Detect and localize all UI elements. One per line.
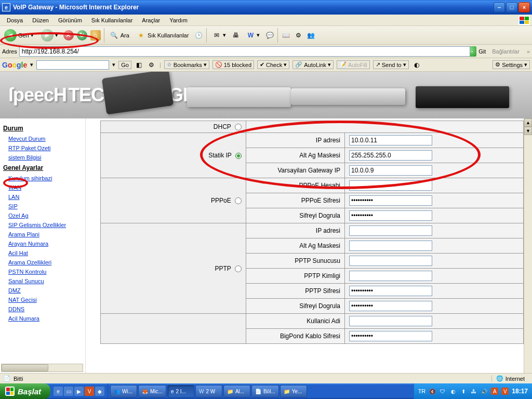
sidebar-link-ozelag[interactable]: Ozel Ag bbox=[2, 211, 83, 220]
input-pptp-pass[interactable] bbox=[349, 286, 432, 296]
ql-ie-icon[interactable]: e bbox=[54, 387, 63, 396]
google-opts-icon[interactable]: ⚙ bbox=[147, 60, 156, 70]
sidebar-link-sanal[interactable]: Sanal Sunucu bbox=[2, 276, 83, 286]
sidebar-link-arama[interactable]: Arama Plani bbox=[2, 230, 83, 239]
static-radio[interactable] bbox=[235, 153, 242, 159]
menu-yardim[interactable]: Yardım bbox=[166, 16, 191, 24]
input-pppoe-user[interactable] bbox=[349, 180, 432, 191]
sidebar-link-kurulum[interactable]: Kurulum sihirbazi bbox=[2, 174, 83, 183]
sidebar-link-arayan[interactable]: Arayan Numara bbox=[2, 239, 83, 248]
close-button[interactable]: × bbox=[518, 2, 530, 12]
sidebar-link-rtp[interactable]: RTP Paket Ozeti bbox=[2, 143, 83, 153]
sidebar-link-sipadv[interactable]: SIP Gelismis Ozellikler bbox=[2, 220, 83, 230]
home-button[interactable]: ⌂ bbox=[90, 30, 101, 41]
input-mask[interactable] bbox=[349, 150, 432, 161]
mail-button[interactable]: ✉▾ bbox=[210, 30, 228, 41]
input-pass-confirm[interactable] bbox=[349, 210, 432, 221]
minimize-button[interactable]: – bbox=[494, 2, 505, 12]
sidebar-link-sistem[interactable]: sistem Bilgisi bbox=[2, 153, 83, 162]
settings-button[interactable]: ⚙Settings▾ bbox=[493, 60, 530, 69]
address-input[interactable] bbox=[19, 46, 470, 57]
sidebar-link-acilnum[interactable]: Acil Numara bbox=[2, 314, 83, 323]
input-pptp-mask[interactable] bbox=[349, 241, 432, 251]
sendto-button[interactable]: ↗Send to▾ bbox=[373, 60, 409, 69]
menu-gorunum[interactable]: Görünüm bbox=[55, 16, 86, 24]
favorites-button[interactable]: ★ Sık Kullanılanlar bbox=[135, 30, 191, 41]
bookmarks-button[interactable]: ☆Bookmarks▾ bbox=[164, 60, 209, 69]
extra-button[interactable]: ⚙ bbox=[294, 31, 303, 40]
pppoe-radio[interactable] bbox=[235, 197, 242, 204]
task-item[interactable]: 📁Al... bbox=[223, 385, 250, 397]
input-pptp-id[interactable] bbox=[349, 271, 432, 281]
print-button[interactable]: 🖶 bbox=[231, 31, 241, 40]
google-extra-icon[interactable]: ◐ bbox=[412, 60, 421, 70]
search-button[interactable]: 🔍 Ara bbox=[108, 30, 131, 41]
ql-app2-icon[interactable]: ◆ bbox=[95, 387, 104, 396]
pptp-radio[interactable] bbox=[235, 265, 242, 272]
input-pptp-srv[interactable] bbox=[349, 256, 432, 266]
history-button[interactable]: 🕒 bbox=[194, 31, 203, 40]
sidebar-link-dmz[interactable]: DMZ bbox=[2, 286, 83, 295]
autofill-button[interactable]: 📝AutoFill bbox=[337, 60, 370, 69]
vertical-scrollbar[interactable]: ▲ ▼ bbox=[524, 118, 532, 373]
task-item[interactable]: W2 W bbox=[195, 385, 222, 397]
autolink-button[interactable]: 🔗AutoLink▾ bbox=[292, 60, 334, 69]
menu-dosya[interactable]: Dosya bbox=[3, 16, 26, 24]
links-label[interactable]: Bağlantılar bbox=[492, 48, 520, 55]
tray-icon[interactable]: A bbox=[491, 388, 498, 395]
maximize-button[interactable]: □ bbox=[506, 2, 517, 12]
sidebar-hscroll[interactable] bbox=[1, 364, 83, 372]
input-ip[interactable] bbox=[349, 135, 432, 145]
tray-icon[interactable]: 🔊 bbox=[481, 388, 488, 395]
task-item[interactable]: 🦊Mic... bbox=[138, 385, 166, 397]
scroll-up-icon[interactable]: ▲ bbox=[524, 118, 532, 127]
sidebar-link-sip[interactable]: SIP bbox=[2, 202, 83, 211]
menu-duzen[interactable]: Düzen bbox=[29, 16, 52, 24]
google-go-button[interactable]: Go bbox=[118, 61, 131, 69]
edit-button[interactable]: W▾ bbox=[244, 30, 262, 41]
sidebar-link-mevcut[interactable]: Mevcut Durum bbox=[2, 134, 83, 143]
back-button[interactable]: ◄ Geri ▾ bbox=[2, 28, 36, 43]
dhcp-radio[interactable] bbox=[235, 124, 242, 130]
tray-icon[interactable]: 🔇 bbox=[429, 388, 436, 395]
menu-sik[interactable]: Sık Kullanılanlar bbox=[88, 16, 137, 24]
task-item[interactable]: 📁Ye... bbox=[280, 385, 307, 397]
tray-icon[interactable]: 🛡 bbox=[439, 388, 446, 395]
research-button[interactable]: 📖 bbox=[281, 31, 290, 40]
input-bp-pass[interactable] bbox=[349, 331, 432, 341]
links-expand[interactable]: » bbox=[527, 48, 530, 55]
refresh-button[interactable]: ↻ bbox=[77, 30, 87, 41]
tray-icon[interactable]: V bbox=[501, 388, 509, 395]
messenger-button[interactable]: 👥 bbox=[306, 31, 315, 40]
input-pppoe-pass[interactable] bbox=[349, 195, 432, 206]
sidebar-link-pstn[interactable]: PSTN Kontrolu bbox=[2, 267, 83, 276]
input-bp-user[interactable] bbox=[349, 316, 432, 326]
check-button[interactable]: ✔Check▾ bbox=[257, 60, 289, 69]
google-new-icon[interactable]: ◧ bbox=[135, 60, 144, 70]
stop-button[interactable]: ✕ bbox=[63, 30, 74, 41]
tray-icon[interactable]: 🖧 bbox=[470, 388, 477, 395]
task-item[interactable]: 📄Böl... bbox=[251, 385, 279, 397]
tray-clock[interactable]: 18:17 bbox=[512, 388, 528, 395]
tray-icon[interactable]: ◐ bbox=[449, 388, 457, 395]
forward-button[interactable]: ► ▾ bbox=[39, 28, 60, 43]
ql-app-icon[interactable]: V bbox=[85, 387, 94, 396]
scroll-down-icon[interactable]: ▼ bbox=[524, 127, 532, 135]
input-gw[interactable] bbox=[349, 165, 432, 176]
sidebar-link-nat[interactable]: NAT Gecisi bbox=[2, 295, 83, 304]
input-pptp-ip[interactable] bbox=[349, 225, 432, 236]
input-pptp-confirm[interactable] bbox=[349, 301, 432, 311]
sidebar-link-wan[interactable]: WAN bbox=[2, 183, 83, 192]
task-item[interactable]: 👥Wi... bbox=[110, 385, 137, 397]
google-search-input[interactable] bbox=[36, 60, 109, 70]
start-button[interactable]: Başlat bbox=[0, 383, 50, 399]
ql-player-icon[interactable]: ▶ bbox=[74, 387, 84, 396]
tray-lang[interactable]: TR bbox=[418, 388, 426, 394]
popup-blocked-button[interactable]: 🚫15 blocked bbox=[212, 60, 254, 69]
ql-desktop-icon[interactable]: ▭ bbox=[64, 387, 73, 396]
sidebar-link-ddns[interactable]: DDNS bbox=[2, 304, 83, 314]
discuss-button[interactable]: 💬 bbox=[265, 31, 274, 40]
sidebar-link-aramaoz[interactable]: Arama Ozellikleri bbox=[2, 258, 83, 267]
menu-araclar[interactable]: Araçlar bbox=[138, 16, 164, 24]
tray-icon[interactable]: ⬆ bbox=[460, 388, 467, 395]
